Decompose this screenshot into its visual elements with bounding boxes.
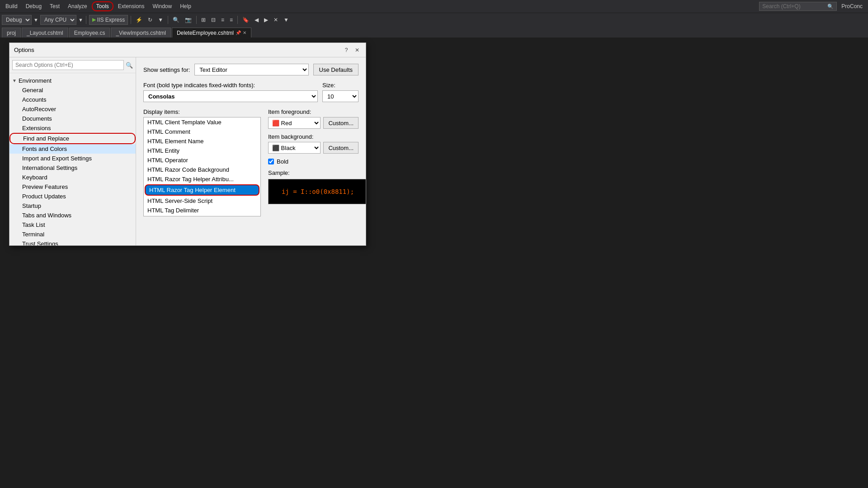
list-item-2[interactable]: HTML Element Name: [144, 136, 260, 146]
tree-environment[interactable]: ▼ Environment: [9, 76, 136, 85]
item-fg-label: Item foreground:: [268, 108, 359, 115]
font-field-label: Font (bold type indicates fixed-width fo…: [143, 82, 318, 89]
tree-item-keyboard[interactable]: Keyboard: [9, 173, 136, 182]
tree-item-productupdates[interactable]: Product Updates: [9, 192, 136, 201]
display-items-list[interactable]: HTML Client Template Value HTML Comment …: [143, 117, 261, 216]
menu-build[interactable]: Build: [2, 2, 21, 10]
toolbar-btn-bookmark[interactable]: 🔖: [241, 16, 251, 24]
bold-row: Bold: [268, 158, 359, 165]
menu-window[interactable]: Window: [149, 2, 176, 10]
tree-item-terminal[interactable]: Terminal: [9, 230, 136, 239]
list-item-9[interactable]: HTML Tag Delimiter: [144, 206, 260, 215]
tree-item-general[interactable]: General: [9, 85, 136, 95]
tree-item-tasklist[interactable]: Task List: [9, 220, 136, 230]
use-defaults-button[interactable]: Use Defaults: [313, 64, 359, 75]
menu-analyze[interactable]: Analyze: [64, 2, 91, 10]
menu-test[interactable]: Test: [46, 2, 63, 10]
fg-custom-button[interactable]: Custom...: [323, 117, 359, 129]
close-tab-icon[interactable]: ✕: [243, 30, 246, 35]
size-group: Size: 10: [322, 82, 359, 102]
font-row: Font (bold type indicates fixed-width fo…: [143, 82, 359, 102]
toolbar-btn-2[interactable]: ▼: [156, 16, 165, 24]
toolbar-btn-6[interactable]: ⊟: [209, 16, 217, 24]
tree-item-importexport[interactable]: Import and Export Settings: [9, 154, 136, 163]
menu-extensions[interactable]: Extensions: [114, 2, 148, 10]
bold-label: Bold: [277, 158, 288, 165]
list-item-1[interactable]: HTML Comment: [144, 127, 260, 136]
tree-item-fontscolors[interactable]: Fonts and Colors: [9, 144, 136, 154]
tree-item-accounts[interactable]: Accounts: [9, 95, 136, 104]
menu-debug[interactable]: Debug: [22, 2, 45, 10]
proconcord-label: ProConc: [838, 3, 866, 9]
fg-color-select[interactable]: 🟥 Red: [268, 117, 321, 129]
toolbar-btn-7[interactable]: ≡: [228, 16, 235, 24]
bg-color-select[interactable]: ⬛ Black: [268, 142, 321, 154]
tree-item-trust[interactable]: Trust Settings: [9, 239, 136, 245]
iis-express-button[interactable]: ▶ IIS Express: [89, 15, 128, 25]
list-item-6[interactable]: HTML Razor Tag Helper Attribu...: [144, 174, 260, 184]
tree-area: ▼ Environment General Accounts AutoRecov…: [9, 73, 136, 245]
list-item-8[interactable]: HTML Server-Side Script: [144, 196, 260, 206]
tab-proj[interactable]: proj: [2, 28, 21, 38]
size-label: Size:: [322, 82, 359, 89]
tree-item-findreplace[interactable]: Find and Replace: [9, 133, 136, 144]
tree-item-tabswindows[interactable]: Tabs and Windows: [9, 211, 136, 220]
cpu-select[interactable]: Any CPU: [40, 15, 76, 25]
search-options-icon[interactable]: 🔍: [126, 62, 133, 69]
toolbar-btn-10[interactable]: ✕: [272, 16, 280, 24]
display-items-column: Display items: HTML Client Template Valu…: [143, 108, 261, 216]
color-controls-column: Item foreground: 🟥 Red Custom... Item ba…: [268, 108, 359, 216]
toolbar-btn-3[interactable]: 🔍: [171, 16, 181, 24]
tab-deleteemployee[interactable]: DeleteEmployee.cshtml 📌 ✕: [172, 28, 251, 38]
menu-help[interactable]: Help: [176, 2, 195, 10]
dialog-close-button[interactable]: ✕: [353, 46, 361, 54]
dialog-titlebar: Options ? ✕: [9, 43, 366, 57]
list-item-7[interactable]: HTML Razor Tag Helper Element: [145, 184, 259, 196]
tree-item-startup[interactable]: Startup: [9, 201, 136, 211]
dialog-controls: ? ✕: [342, 46, 361, 54]
toolbar-btn-4[interactable]: 📷: [183, 16, 193, 24]
toolbar-divider-2: [131, 16, 131, 24]
environment-label: Environment: [19, 77, 52, 84]
tree-item-autorecover[interactable]: AutoRecover: [9, 104, 136, 114]
item-bg-label: Item background:: [268, 133, 359, 140]
toolbar-divider-3: [168, 16, 168, 24]
toolbar-btn-align[interactable]: ≡: [219, 16, 226, 24]
tab-employee[interactable]: Employee.cs: [69, 28, 110, 38]
search-box[interactable]: 🔍: [759, 2, 837, 11]
bg-custom-button[interactable]: Custom...: [323, 142, 359, 154]
toolbar-btn-5[interactable]: ⊞: [199, 16, 208, 24]
toolbar-btn-refresh[interactable]: ↻: [146, 16, 154, 24]
sample-code: ij = I::o0(0x8811);: [282, 188, 354, 195]
tree-item-international[interactable]: International Settings: [9, 163, 136, 173]
expand-icon: ▼: [12, 78, 17, 83]
size-select[interactable]: 10: [322, 90, 359, 102]
tree-item-documents[interactable]: Documents: [9, 114, 136, 123]
tree-section-environment: ▼ Environment General Accounts AutoRecov…: [9, 75, 136, 245]
iis-label: IIS Express: [97, 17, 125, 23]
show-settings-select[interactable]: Text Editor: [194, 64, 308, 75]
list-item-10[interactable]: Identifier: [144, 215, 260, 216]
font-select[interactable]: Consolas: [143, 90, 318, 102]
toolbar-btn-8[interactable]: ◀: [253, 16, 260, 24]
toolbar-divider-4: [196, 16, 197, 24]
tree-item-preview[interactable]: Preview Features: [9, 182, 136, 192]
tab-layout[interactable]: _Layout.cshtml: [22, 28, 68, 38]
search-options-input[interactable]: [12, 60, 124, 70]
bold-checkbox[interactable]: [268, 159, 274, 164]
list-item-3[interactable]: HTML Entity: [144, 146, 260, 155]
tree-item-extensions[interactable]: Extensions: [9, 123, 136, 133]
fg-color-row: 🟥 Red Custom...: [268, 117, 359, 129]
toolbar-btn-dropdown[interactable]: ▼: [282, 16, 291, 24]
tab-viewimports[interactable]: _ViewImports.cshtml: [111, 28, 170, 38]
list-item-5[interactable]: HTML Razor Code Background: [144, 165, 260, 174]
toolbar-btn-1[interactable]: ⚡: [134, 16, 144, 24]
dialog-help-button[interactable]: ?: [342, 46, 350, 54]
debug-select[interactable]: Debug: [2, 15, 32, 25]
list-item-4[interactable]: HTML Operator: [144, 155, 260, 165]
list-item-0[interactable]: HTML Client Template Value: [144, 117, 260, 127]
toolbar-btn-9[interactable]: ▶: [262, 16, 270, 24]
search-input[interactable]: [762, 3, 826, 9]
tab-viewimports-label: _ViewImports.cshtml: [116, 30, 165, 36]
menu-tools[interactable]: Tools: [92, 1, 113, 11]
